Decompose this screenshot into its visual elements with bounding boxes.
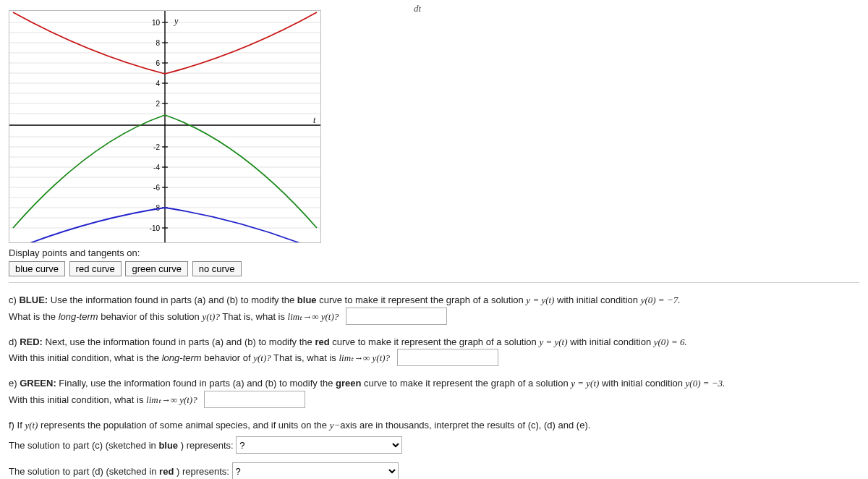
svg-text:10: 10 bbox=[152, 19, 161, 27]
svg-text:-10: -10 bbox=[150, 224, 161, 232]
f-select-d[interactable]: ? bbox=[232, 462, 399, 479]
e-answer-input[interactable] bbox=[204, 391, 305, 408]
svg-text:4: 4 bbox=[156, 80, 160, 88]
svg-text:6: 6 bbox=[156, 59, 160, 67]
d-tag: RED: bbox=[20, 336, 43, 347]
f-rowc-b: blue bbox=[158, 440, 178, 451]
e-eq1: y = y(t) bbox=[571, 378, 599, 389]
e-lead: e) bbox=[9, 378, 20, 389]
e-b2: curve to make it represent the graph of … bbox=[361, 378, 571, 389]
c-tag: BLUE: bbox=[19, 294, 48, 305]
e-b3: with initial condition bbox=[599, 378, 685, 389]
red-curve-button[interactable]: red curve bbox=[69, 261, 122, 276]
display-label: Display points and tangents on: bbox=[9, 247, 859, 258]
c-l2c: That is, what is bbox=[220, 310, 288, 321]
svg-text:-6: -6 bbox=[153, 184, 160, 192]
c-lead: c) bbox=[9, 294, 19, 305]
f-rowc-c: ) represents: bbox=[178, 440, 234, 451]
d-b2: curve to make it represent the graph of … bbox=[330, 336, 540, 347]
svg-text:-2: -2 bbox=[153, 143, 160, 151]
f-lead: f) If bbox=[9, 420, 25, 431]
d-redword: red bbox=[315, 336, 329, 347]
d-b1: Next, use the information found in parts… bbox=[43, 336, 315, 347]
c-answer-input[interactable] bbox=[346, 308, 447, 325]
d-l2a: With this initial condition, what is the bbox=[9, 352, 162, 363]
d-l2c: That is, what is bbox=[271, 352, 339, 363]
top-fragment: dt bbox=[414, 3, 421, 14]
no-curve-button[interactable]: no curve bbox=[192, 261, 242, 276]
c-b3: with initial condition bbox=[554, 294, 640, 305]
c-l2a: What is the bbox=[9, 310, 59, 321]
chart-plot: 1086 42 -2-4-6 -8-10 y t bbox=[9, 10, 321, 243]
c-eq3: y(t)? bbox=[202, 310, 220, 321]
svg-text:8: 8 bbox=[156, 39, 160, 47]
svg-text:-4: -4 bbox=[153, 164, 160, 171]
f-eq2: y− bbox=[330, 420, 341, 431]
d-eq3: y(t)? bbox=[253, 352, 271, 363]
part-e: e) GREEN: Finally, use the information f… bbox=[9, 376, 859, 408]
f-rowd-a: The solution to part (d) (sketched in bbox=[9, 466, 159, 477]
part-d: d) RED: Next, use the information found … bbox=[9, 335, 859, 367]
c-b1: Use the information found in parts (a) a… bbox=[48, 294, 297, 305]
d-lim: limₜ→∞ y(t)? bbox=[339, 352, 390, 363]
part-c: c) BLUE: Use the information found in pa… bbox=[9, 293, 859, 325]
c-lim: limₜ→∞ y(t)? bbox=[288, 310, 339, 321]
e-tag: GREEN: bbox=[20, 378, 56, 389]
c-eq2: y(0) = −7. bbox=[641, 294, 681, 305]
c-l2b: behavior of this solution bbox=[98, 310, 203, 321]
blue-curve-button[interactable]: blue curve bbox=[9, 261, 65, 276]
part-f: f) If y(t) represents the population of … bbox=[9, 418, 859, 480]
e-l2a: With this initial condition, what is bbox=[9, 394, 146, 404]
f-rowd-c: ) represents: bbox=[174, 466, 229, 477]
svg-text:2: 2 bbox=[156, 100, 160, 108]
d-answer-input[interactable] bbox=[397, 349, 498, 366]
c-b2: curve to make it represent the graph of … bbox=[317, 294, 527, 305]
d-b3: with initial condition bbox=[568, 336, 654, 347]
f-b1: represents the population of some animal… bbox=[38, 420, 329, 431]
f-rowd-b: red bbox=[159, 466, 174, 477]
svg-text:y: y bbox=[174, 16, 179, 26]
f-select-c[interactable]: ? bbox=[236, 436, 402, 454]
d-eq2: y(0) = 6. bbox=[654, 336, 687, 347]
d-lead: d) bbox=[9, 336, 20, 347]
f-b2: axis are in thousands, interpret the res… bbox=[340, 420, 590, 431]
e-lim: limₜ→∞ y(t)? bbox=[146, 394, 197, 404]
c-italic: long-term bbox=[59, 310, 98, 321]
d-eq1: y = y(t) bbox=[539, 336, 567, 347]
c-blueword: blue bbox=[297, 294, 317, 305]
e-eq2: y(0) = −3. bbox=[686, 378, 726, 389]
d-l2b: behavior of bbox=[202, 352, 254, 363]
e-b1: Finally, use the information found in pa… bbox=[56, 378, 336, 389]
e-greenword: green bbox=[336, 378, 361, 389]
f-rowc-a: The solution to part (c) (sketched in bbox=[9, 440, 158, 451]
d-italic: long-term bbox=[162, 352, 202, 363]
green-curve-button[interactable]: green curve bbox=[125, 261, 188, 276]
f-eq1: y(t) bbox=[25, 420, 38, 431]
svg-text:t: t bbox=[313, 115, 316, 125]
c-eq1: y = y(t) bbox=[526, 294, 554, 305]
